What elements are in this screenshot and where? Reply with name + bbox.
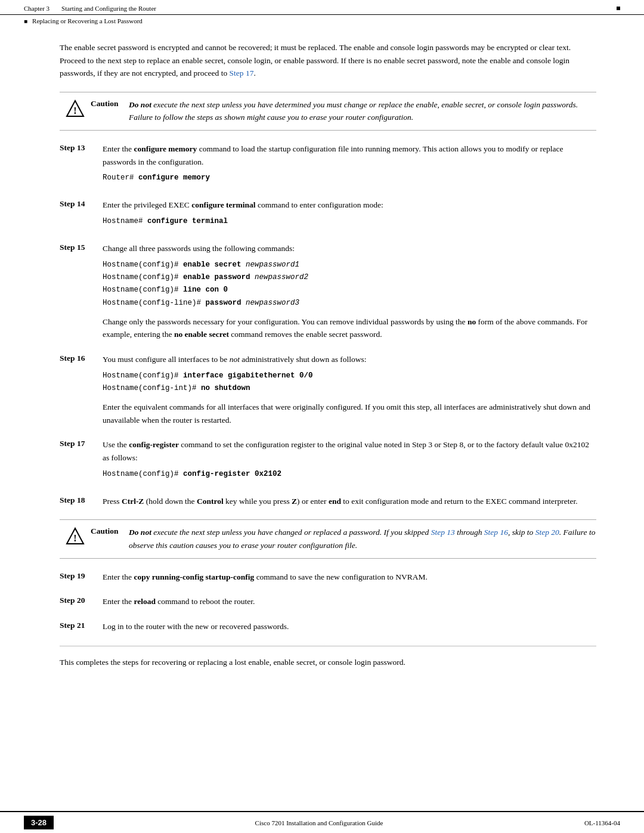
step-14-label: Step 14 <box>60 199 103 209</box>
subheader-text: Replacing or Recovering a Lost Password <box>32 17 143 24</box>
caution-icon-2: ! <box>60 526 91 546</box>
step-15-label: Step 15 <box>60 242 103 252</box>
step-15-code: Hostname(config)# enable secret newpassw… <box>103 259 596 309</box>
caution-body-2: Do not execute the next step unless you … <box>129 526 596 552</box>
caution-label-2: Caution <box>91 526 129 536</box>
header-right <box>613 7 620 10</box>
closing-paragraph: This completes the steps for recovering … <box>60 656 596 669</box>
intro-paragraph: The enable secret password is encrypted … <box>60 41 596 80</box>
step-16-label: Step 16 <box>60 353 103 363</box>
step-17-row: Step 17 Use the config-register command … <box>60 438 596 486</box>
step-16-code: Hostname(config)# interface gigabitether… <box>103 370 596 395</box>
step17-link[interactable]: Step 17 <box>230 69 254 78</box>
caution-block-2: ! Caution Do not execute the next step u… <box>60 519 596 558</box>
step-20-row: Step 20 Enter the reload command to rebo… <box>60 595 596 612</box>
page-number: 3-28 <box>24 816 54 829</box>
step-17-code: Hostname(config)# config-register 0x2102 <box>103 468 596 481</box>
step-16-row: Step 16 You must configure all interface… <box>60 353 596 430</box>
step-20-label: Step 20 <box>60 595 103 605</box>
step-19-content: Enter the copy running-config startup-co… <box>103 571 596 587</box>
step20-link[interactable]: Step 20 <box>535 528 559 537</box>
step-13-row: Step 13 Enter the configure memory comma… <box>60 143 596 190</box>
page-footer: 3-28 Cisco 7201 Installation and Configu… <box>0 811 644 833</box>
step-17-content: Use the config-register command to set t… <box>103 438 596 486</box>
step-14-row: Step 14 Enter the privileged EXEC config… <box>60 199 596 234</box>
page-subheader: Replacing or Recovering a Lost Password <box>0 15 644 29</box>
step-16-content: You must configure all interfaces to be … <box>103 353 596 430</box>
step-18-content: Press Ctrl-Z (hold down the Control key … <box>103 495 596 512</box>
step13-link[interactable]: Step 13 <box>431 528 455 537</box>
step-13-code: Router# configure memory <box>103 172 596 184</box>
step-21-row: Step 21 Log in to the router with the ne… <box>60 620 596 637</box>
step-13-label: Step 13 <box>60 143 103 153</box>
step-18-label: Step 18 <box>60 495 103 505</box>
caution-icon-1: ! <box>60 98 91 119</box>
caution-body-1: Do not execute the next step unless you … <box>129 98 596 124</box>
header-title: Starting and Configuring the Router <box>61 5 156 12</box>
step-13-content: Enter the configure memory command to lo… <box>103 143 596 190</box>
step-19-row: Step 19 Enter the copy running-config st… <box>60 571 596 587</box>
step-18-row: Step 18 Press Ctrl-Z (hold down the Cont… <box>60 495 596 512</box>
step-21-content: Log in to the router with the new or rec… <box>103 620 596 637</box>
svg-text:!: ! <box>73 533 76 543</box>
step-19-label: Step 19 <box>60 571 103 581</box>
step-14-content: Enter the privileged EXEC configure term… <box>103 199 596 234</box>
header-chapter: Chapter 3 <box>24 5 49 12</box>
step-21-label: Step 21 <box>60 620 103 630</box>
step-14-code: Hostname# configure terminal <box>103 215 596 228</box>
main-content: The enable secret password is encrypted … <box>0 29 644 693</box>
footer-guide-title: Cisco 7201 Installation and Configuratio… <box>255 819 383 826</box>
svg-text:!: ! <box>73 106 76 116</box>
footer-doc-number: OL-11364-04 <box>584 819 620 826</box>
caution-block-1: ! Caution Do not execute the next step u… <box>60 92 596 131</box>
header-chapter-info: Chapter 3 Starting and Configuring the R… <box>24 5 156 12</box>
step-17-label: Step 17 <box>60 438 103 448</box>
page-header: Chapter 3 Starting and Configuring the R… <box>0 0 644 15</box>
section-divider <box>60 646 596 646</box>
step16-link[interactable]: Step 16 <box>484 528 508 537</box>
caution-label-1: Caution <box>91 98 129 109</box>
step-15-content: Change all three passwords using the fol… <box>103 242 596 345</box>
step-20-content: Enter the reload command to reboot the r… <box>103 595 596 612</box>
step-15-row: Step 15 Change all three passwords using… <box>60 242 596 345</box>
